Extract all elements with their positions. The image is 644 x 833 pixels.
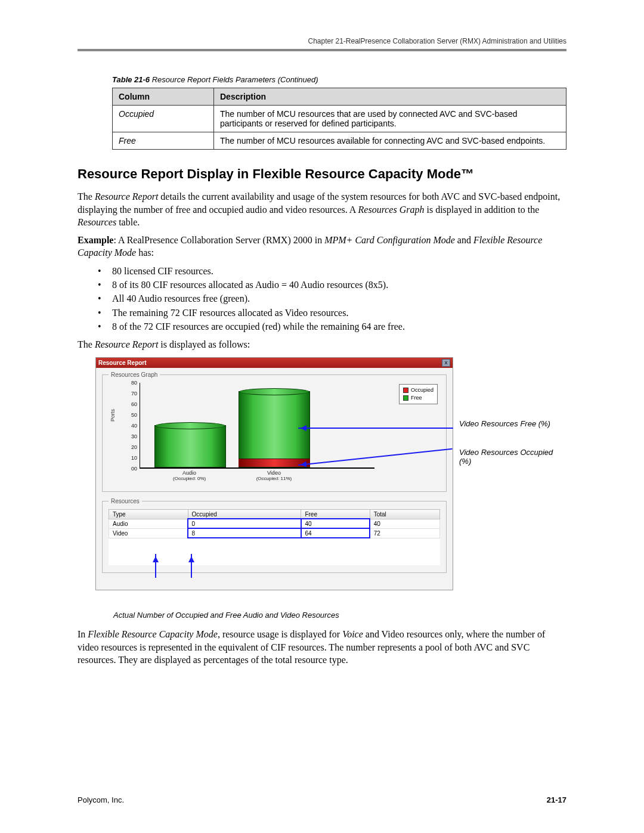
t: 40: [301, 519, 370, 528]
figure: Resource Report x Resources Graph Ports …: [78, 357, 566, 591]
paragraph: In Flexible Resource Capacity Mode, reso…: [78, 628, 566, 667]
t: Flexible Resource Capacity Mode,: [88, 629, 220, 639]
t: Audio: [255, 280, 279, 290]
t: 40: [370, 519, 439, 528]
t: resources allocated as: [168, 280, 255, 290]
t: 8 of its 80: [112, 280, 153, 290]
callout-occ: Video Resources Occupied (%): [459, 448, 555, 466]
fieldset-legend: Resources: [109, 498, 142, 504]
rt-th: Type: [109, 509, 188, 519]
t: Video: [285, 308, 308, 318]
t: (Occupied: 11%): [238, 476, 309, 481]
t: 8 of the 72: [112, 321, 156, 332]
t: 64: [301, 528, 370, 538]
arrow-free: [298, 428, 453, 429]
y-axis-ticks: 807060504030201000: [126, 383, 140, 469]
chapter-header: Chapter 21-RealPresence Collaboration Se…: [78, 37, 566, 45]
th-description: Description: [214, 88, 566, 106]
t: = 40: [279, 280, 301, 290]
header-rule: [78, 49, 566, 51]
rt-th: Free: [301, 509, 370, 519]
t: Audio: [182, 470, 196, 476]
t: Audio: [301, 280, 324, 290]
list-item: The remaining 72 CIF resources allocated…: [98, 306, 566, 320]
footer-page-number: 21-17: [547, 795, 566, 804]
arrow-up-free: [191, 554, 192, 578]
t: resources are occupied (red) while the r…: [171, 321, 405, 332]
t: Occupied: [411, 386, 434, 394]
x-axis-labels: Audio(Occupied: 0%) Video(Occupied: 11%): [140, 470, 374, 484]
t: CIF: [156, 321, 171, 332]
t: resources.: [172, 266, 213, 276]
table-caption-text: Resource Report Fields Parameters (Conti…: [150, 75, 318, 84]
figure-caption: Actual Number of Occupied and Free Audio…: [113, 611, 566, 620]
t: resources (8x5).: [324, 280, 388, 290]
table-row: Occupied The number of MCU resources tha…: [113, 106, 566, 132]
t: Video: [109, 528, 188, 538]
page-footer: Polycom, Inc. 21-17: [78, 795, 566, 804]
bar-audio: [154, 425, 226, 467]
t: resources allocated as: [197, 308, 285, 318]
callout-free: Video Resources Free (%): [459, 419, 555, 428]
text: is displayed in addition to the: [424, 205, 539, 215]
t: 8: [188, 528, 301, 538]
t: 72: [370, 528, 439, 538]
t: CIF: [182, 308, 197, 318]
paragraph: Example: A RealPresence Collaboration Se…: [78, 234, 566, 259]
list-item: 8 of the 72 CIF resources are occupied (…: [98, 320, 566, 333]
t: (Occupied: 0%): [154, 476, 225, 481]
window-title: Resource Report: [98, 360, 147, 366]
table-row: Video 8 64 72: [109, 528, 440, 538]
legend-swatch-free: [403, 395, 408, 401]
bullet-list: 80 licensed CIF resources. 8 of its 80 C…: [78, 264, 566, 333]
t: CIF: [157, 266, 172, 276]
resource-report-window: Resource Report x Resources Graph Ports …: [95, 357, 453, 591]
footer-company: Polycom, Inc.: [78, 795, 124, 804]
t: Audio: [109, 519, 188, 528]
text: has:: [136, 247, 154, 258]
td-col: Occupied: [113, 106, 214, 132]
paragraph: The Resource Report details the current …: [78, 190, 566, 229]
chart-legend: Occupied Free: [399, 384, 438, 404]
paragraph: The Resource Report is displayed as foll…: [78, 338, 566, 351]
window-titlebar: Resource Report x: [96, 358, 453, 368]
t: is displayed as follows:: [158, 339, 250, 349]
t: Voice: [342, 629, 363, 639]
y-axis-label: Ports: [110, 408, 116, 421]
t: Resource Report: [95, 339, 158, 349]
t: The remaining 72: [112, 308, 182, 318]
table-row: Free The number of MCU resources availab…: [113, 132, 566, 150]
td-col: Free: [113, 132, 214, 150]
table-caption: Table 21-6 Resource Report Fields Parame…: [112, 75, 566, 84]
text-ital: Resources: [78, 217, 116, 227]
rt-th: Total: [370, 509, 439, 519]
text: : A RealPresence Collaboration Server (R…: [113, 235, 324, 245]
text-ital: Resources Graph: [358, 205, 425, 215]
text-ital: MPM+ Card Configuration Mode: [324, 235, 455, 245]
text-ital: Resource Report: [95, 191, 158, 202]
t: In: [78, 629, 88, 639]
rt-th: Occupied: [188, 509, 301, 519]
t: resources free (green).: [162, 293, 250, 304]
section-heading: Resource Report Display in Flexible Reso…: [78, 166, 566, 182]
table-caption-num: Table 21-6: [112, 75, 150, 84]
list-item: All 40 Audio resources free (green).: [98, 292, 566, 305]
legend-swatch-occupied: [403, 388, 408, 393]
t: Audio: [138, 293, 162, 304]
t: The: [78, 339, 95, 349]
t: resource usage is displayed for: [220, 629, 342, 639]
td-desc: The number of MCU resources that are use…: [214, 106, 566, 132]
t: resources.: [308, 308, 348, 318]
text-bold: Example: [78, 235, 113, 245]
plot-area: [140, 383, 374, 469]
params-table: Column Description Occupied The number o…: [112, 88, 566, 150]
arrow-up-occupied: [155, 554, 156, 578]
close-icon[interactable]: x: [442, 359, 450, 367]
fieldset-legend: Resources Graph: [109, 371, 160, 378]
t: 80 licensed: [112, 266, 157, 276]
resources-graph-fieldset: Resources Graph Ports 807060504030201000…: [102, 371, 447, 492]
chart-area: Ports 807060504030201000 Audio(Occupied:…: [109, 383, 440, 484]
list-item: 8 of its 80 CIF resources allocated as A…: [98, 278, 566, 292]
t: All 40: [112, 293, 138, 304]
list-item: 80 licensed CIF resources.: [98, 264, 566, 278]
